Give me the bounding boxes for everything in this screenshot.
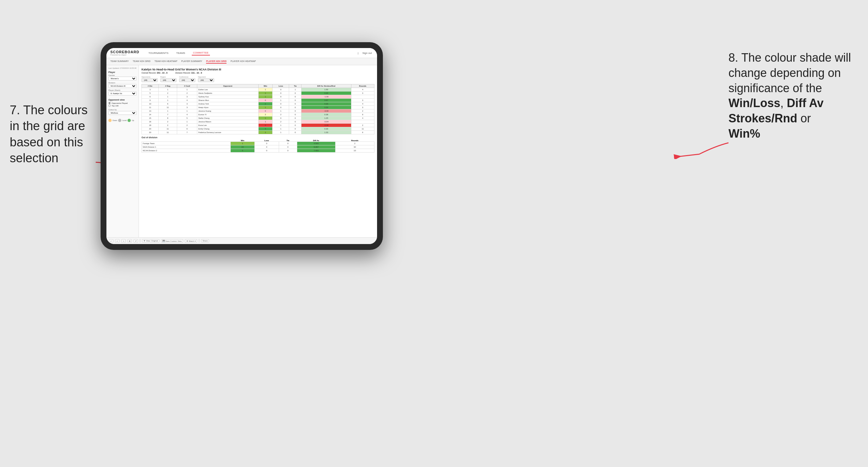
table-row: 3 1 1 Esther Lee 1 0 1 1.50 4 (142, 88, 374, 92)
grid-button[interactable]: ⊞ (127, 239, 132, 243)
refresh-button[interactable]: ↺ (134, 239, 138, 243)
top-nav: SCOREBOARD Powered by clippd TOURNAMENTS… (106, 48, 377, 58)
table-row: NCAA Division 2 5 0 0 7.400 10 (142, 149, 374, 153)
view-original-button[interactable]: 👁 View: Original (142, 239, 159, 242)
radio-opponents-played[interactable]: Opponents Played (108, 102, 136, 104)
colour-by-select[interactable]: Win/loss (108, 111, 136, 115)
sub-nav-player-h2h-grid[interactable]: PLAYER H2H GRID (206, 59, 226, 64)
opponent-select[interactable]: (All) (198, 78, 214, 82)
td-div: 10 (142, 102, 159, 106)
sign-out-button[interactable]: Sign out (361, 51, 373, 55)
td-conf: 7 (177, 131, 197, 134)
sub-nav-player-summary[interactable]: PLAYER SUMMARY (181, 59, 203, 64)
nav-tournaments[interactable]: TOURNAMENTS (147, 51, 170, 55)
filter-row: Opponents: (All) Region (All) Conference… (142, 76, 374, 82)
td-rounds: 11 (351, 127, 374, 131)
player-rank-select[interactable]: 8. Katelyn Vo (108, 92, 136, 95)
td-conf: 1 (177, 88, 197, 92)
sub-nav-team-h2h-grid[interactable]: TEAM H2H GRID (133, 59, 151, 64)
record-row: Overall Record: 353 - 34 - 6 Division Re… (142, 72, 374, 74)
td-loss: 0 (273, 92, 289, 95)
td-reg: 2 (158, 124, 177, 127)
td-opponent: Heejo Hyun (197, 106, 258, 110)
th-reg: # Reg (158, 84, 177, 88)
td-rounds: 2 (351, 124, 374, 127)
td-div: 9 (142, 99, 159, 102)
td-ood-rounds: 30 (335, 145, 374, 149)
tablet-frame: SCOREBOARD Powered by clippd TOURNAMENTS… (101, 42, 383, 250)
td-ood-tie: 0 (279, 145, 297, 149)
logo-area: SCOREBOARD Powered by clippd (110, 50, 139, 56)
td-reg: 2 (158, 92, 177, 95)
nav-committee[interactable]: COMMITTEE (192, 51, 210, 56)
td-div: 5 (142, 92, 159, 95)
td-reg: 1 (158, 95, 177, 99)
division-select[interactable]: NCAA Division III (108, 84, 136, 88)
gender-select[interactable]: Women's (108, 76, 136, 81)
radio-label-top100: Top 100 (112, 105, 118, 107)
nav-right: | Sign out (358, 51, 373, 55)
td-diff: 1.50 (302, 88, 351, 92)
opponent-filter: Opponent (All) (198, 76, 214, 82)
share-button[interactable]: Share (201, 239, 209, 242)
legend-level-label: Level (122, 119, 127, 121)
td-opponent: Stella Cheng (197, 117, 258, 120)
td-reg: 7 (158, 113, 177, 117)
td-reg: 11 (158, 131, 177, 134)
td-reg: 1 (158, 99, 177, 102)
td-rounds: 4 (351, 117, 374, 120)
td-loss: 1 (273, 127, 289, 131)
bottom-toolbar: ↩ ↩ ↪ ⊞ ↺ 👁 View: Original 💾 Save Custom… (106, 237, 377, 244)
table-row: 6 1 3 Sydney Kuo 1 0 0 -1.00 (142, 95, 374, 99)
td-loss: 1 (273, 110, 289, 113)
region-filter: Region (All) (160, 76, 177, 82)
table-row: 11 11 3 Heejo Hyun 1 0 0 3.33 3 (142, 106, 374, 110)
opponents-select[interactable]: (All) (142, 78, 158, 82)
td-rounds (351, 95, 374, 99)
nav-teams[interactable]: TEAMS (175, 51, 187, 55)
td-loss: 1 (273, 99, 289, 102)
td-win: 1 (258, 88, 273, 92)
region-select[interactable]: (All) (160, 78, 177, 82)
td-rounds: 3 (351, 92, 374, 95)
grid-title: Katelyn Vo Head-to-Head Grid for Women's… (142, 68, 374, 71)
redo-button[interactable]: ↪ (121, 239, 126, 243)
toolbar-divider2 (199, 239, 199, 243)
td-opponent: Emily Chang (197, 127, 258, 131)
td-ood-diff: 9.267 (297, 145, 335, 149)
th-win: Win (258, 84, 273, 88)
table-row: 18 2 2 Euna Lee 0 1 0 -5.00 2 (142, 124, 374, 127)
conference-label: Conference (179, 76, 195, 78)
td-ood-win: 15 (231, 145, 255, 149)
sub-nav-player-h2h-heatmap[interactable]: PLAYER H2H HEATMAP (230, 59, 256, 64)
watch-button[interactable]: 👁 Watch ▾ (185, 239, 197, 243)
td-tie: 0 (289, 99, 302, 102)
td-ood-win: 5 (231, 149, 255, 153)
legend-up-label: Up (132, 119, 134, 121)
toolbar-divider (140, 239, 140, 243)
td-ood-label: NCAA Division 2 (142, 149, 231, 153)
save-custom-view-button[interactable]: 💾 Save Custom View (161, 239, 183, 243)
td-ood-win: 1 (231, 142, 255, 145)
colour-by-label: Colour by (108, 109, 136, 111)
sub-nav-team-summary[interactable]: TEAM SUMMARY (110, 59, 129, 64)
td-div: 16 (142, 120, 159, 124)
overall-record-label: Overall Record: 353 - 34 - 6 (142, 72, 167, 74)
undo-button[interactable]: ↩ (109, 239, 113, 243)
annotation-left-text: 7. The colours in the grid are based on … (10, 103, 88, 165)
radio-top100[interactable]: Top 100 (108, 104, 136, 107)
legend-level-dot (118, 119, 121, 122)
td-win: 0 (258, 110, 273, 113)
td-win: 1 (258, 117, 273, 120)
sub-nav-team-h2h-heatmap[interactable]: TEAM H2H HEATMAP (154, 59, 178, 64)
td-diff: 1.25 (302, 117, 351, 120)
td-div: 6 (142, 95, 159, 99)
conference-select[interactable]: (All) (179, 78, 195, 82)
legend-down-dot (108, 119, 112, 122)
td-div: 14 (142, 113, 159, 117)
th-div: # Div (142, 84, 159, 88)
td-rounds: 3 (351, 106, 374, 110)
table-row: Foreign Team 1 0 0 4.500 2 (142, 142, 374, 145)
undo2-button[interactable]: ↩ (115, 239, 119, 243)
region-label: Region (160, 76, 177, 78)
